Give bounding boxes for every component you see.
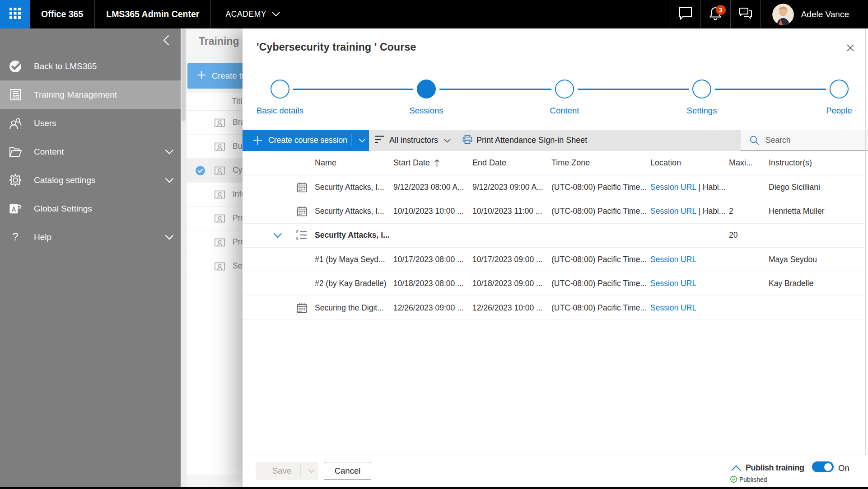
instructors-column-header[interactable]: Instructor(s)	[769, 158, 866, 168]
training-management-icon	[9, 89, 22, 101]
session-location: Session URL	[650, 279, 729, 288]
sidebar-item-users[interactable]: Users	[0, 109, 181, 137]
collapse-group-button[interactable]	[273, 233, 282, 238]
step-sessions[interactable]: Sessions	[372, 80, 481, 116]
session-row[interactable]: Security Attacks, I... 10/10/2023 10:00 …	[243, 199, 866, 223]
step-content[interactable]: Content	[510, 80, 619, 116]
sidebar-item-training-management[interactable]: Training Management	[0, 80, 181, 109]
chevron-down-icon	[359, 138, 366, 143]
notifications-button[interactable]: 3	[701, 0, 730, 28]
step-label: Basic details	[226, 106, 334, 116]
session-start: 12/26/2023 09:00 ...	[393, 303, 472, 313]
step-label: Content	[510, 106, 619, 116]
sidebar-item-content[interactable]: Content	[0, 137, 181, 166]
session-row[interactable]: #2 (by Kay Bradelle) 10/18/2023 08:00 ..…	[243, 272, 866, 296]
instructor-filter[interactable]: All instructors	[375, 136, 451, 145]
sidebar-item-label: Global Settings	[34, 204, 92, 214]
chevron-left-icon	[163, 35, 169, 46]
create-course-session-button[interactable]: Create course session	[243, 130, 369, 151]
chat-icon	[679, 7, 692, 22]
session-name: #1 (by Maya Seyd...	[315, 255, 393, 264]
step-basic-details[interactable]: Basic details	[226, 80, 334, 116]
sidebar-item-help[interactable]: ? Help	[0, 223, 181, 251]
session-name: #2 (by Kay Bradelle)	[315, 279, 393, 288]
session-url-link[interactable]: Session URL	[650, 303, 696, 312]
chevron-down-icon	[308, 469, 315, 473]
search-input[interactable]	[765, 136, 865, 145]
session-end: 9/12/2023 09:00 A...	[472, 183, 551, 192]
start-date-column-header[interactable]: Start Date	[393, 158, 472, 168]
session-row[interactable]: Security Attacks, I... 9/12/2023 08:00 A…	[243, 175, 866, 199]
session-url-link[interactable]: Session URL	[650, 255, 696, 264]
step-people[interactable]: People	[785, 80, 868, 116]
help-icon: ?	[9, 231, 22, 244]
create-session-menu-button[interactable]	[355, 130, 369, 151]
sidebar-collapse-button[interactable]	[160, 34, 173, 47]
user-name: Adele Vance	[801, 9, 849, 19]
session-url-link[interactable]: Session URL	[650, 207, 696, 216]
step-settings[interactable]: Settings	[648, 80, 756, 116]
step-circle	[271, 80, 289, 99]
admin-center-label: LMS365 Admin Center	[106, 9, 199, 19]
avatar	[772, 4, 794, 25]
print-attendance-label: Print Attendance Sign-in Sheet	[476, 136, 587, 145]
session-name: Security Attacks, I...	[315, 207, 393, 216]
session-max: 20	[729, 230, 769, 240]
sessions-table-body: Security Attacks, I... 9/12/2023 08:00 A…	[243, 175, 866, 320]
location-column-header[interactable]: Location	[650, 158, 729, 168]
sidebar-item-label: Users	[34, 118, 56, 128]
toggle-knob	[824, 463, 832, 471]
tenant-selector[interactable]: ACADEMY	[211, 0, 294, 28]
instructor-filter-label: All instructors	[389, 136, 438, 145]
session-end: 10/10/2023 11:00 ...	[472, 207, 551, 216]
cancel-button[interactable]: Cancel	[324, 462, 371, 480]
office-365-home-link[interactable]: Office 365	[30, 0, 94, 28]
save-menu-button[interactable]	[304, 462, 318, 480]
sidebar-item-global-settings[interactable]: A Global Settings	[0, 194, 181, 223]
session-location: Session URL	[650, 255, 729, 264]
timezone-column-header[interactable]: Time Zone	[551, 158, 650, 168]
gear-icon	[9, 174, 22, 187]
session-timezone: (UTC-08:00) Pacific Time...	[551, 303, 650, 313]
max-column-header[interactable]: Maxi...	[729, 158, 769, 168]
chevron-down-icon	[273, 233, 282, 238]
sidebar-item-label: Content	[34, 147, 64, 157]
office-365-label: Office 365	[41, 9, 83, 19]
sessions-table-header: Name Start Date End Date Time Zone Locat…	[243, 151, 866, 175]
calendar-icon	[297, 303, 307, 313]
session-group-row[interactable]: Security Attacks, I... 20	[243, 224, 866, 248]
session-instructors: Diego Sicilliani	[769, 183, 866, 192]
sidebar-item-back-to-lms365[interactable]: Back to LMS365	[0, 52, 181, 80]
screen: Office 365 LMS365 Admin Center ACADEMY 3	[0, 0, 868, 489]
print-attendance-button[interactable]: Print Attendance Sign-in Sheet	[462, 135, 587, 146]
course-stepper: Basic details Sessions Content Settings …	[243, 28, 868, 123]
calendar-icon	[297, 182, 307, 193]
session-instructors: Henrietta Muller	[769, 207, 866, 216]
session-start: 10/17/2023 08:00 ...	[393, 255, 472, 264]
step-label: Sessions	[372, 106, 481, 116]
publish-expand-button[interactable]	[731, 465, 742, 472]
session-group-icon	[296, 230, 307, 240]
session-url-link[interactable]: Session URL	[650, 279, 696, 288]
global-settings-icon: A	[9, 202, 22, 215]
step-label: Settings	[648, 106, 756, 116]
session-row[interactable]: #1 (by Maya Seyd... 10/17/2023 08:00 ...…	[243, 248, 866, 272]
publish-toggle[interactable]	[812, 461, 834, 472]
session-location: Session URL	[650, 303, 729, 313]
name-column-header[interactable]: Name	[315, 158, 393, 168]
chat-button[interactable]	[671, 0, 700, 28]
session-url-link[interactable]: Session URL	[650, 183, 696, 192]
session-max: 2	[729, 207, 769, 216]
sidebar-item-catalog-settings[interactable]: Catalog settings	[0, 166, 181, 194]
session-row[interactable]: Securing the Digit... 12/26/2023 09:00 .…	[243, 296, 866, 320]
end-date-column-header[interactable]: End Date	[472, 158, 551, 168]
session-end: 10/17/2023 09:00 ...	[472, 255, 551, 264]
session-group-name: Security Attacks, I...	[315, 230, 393, 240]
plus-icon	[253, 136, 262, 145]
tenant-label: ACADEMY	[225, 9, 266, 19]
sessions-toolbar: Create course session All instructors Pr…	[243, 130, 868, 151]
account-button[interactable]: Adele Vance	[761, 0, 868, 28]
feedback-button[interactable]	[731, 0, 760, 28]
app-launcher-button[interactable]	[0, 0, 30, 28]
chevron-down-icon	[444, 136, 451, 145]
